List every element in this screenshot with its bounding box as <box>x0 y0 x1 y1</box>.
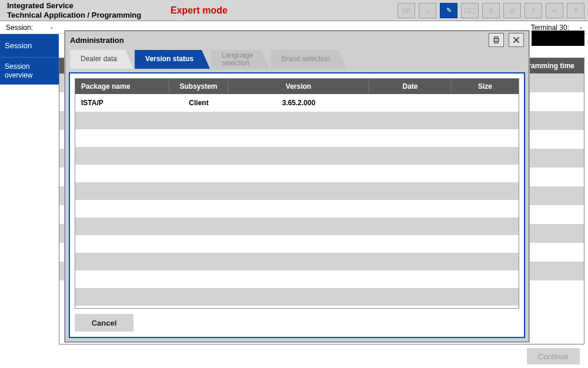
cell-package <box>75 200 169 218</box>
cell-package <box>75 129 169 147</box>
cell-date <box>369 182 452 200</box>
dialog-titlebar: Administration <box>65 31 529 49</box>
dialog-close-icon[interactable] <box>509 33 524 47</box>
cell-version <box>228 200 369 218</box>
cell-package <box>75 182 169 200</box>
col-size[interactable]: Size <box>452 79 519 94</box>
cell-date <box>369 288 452 306</box>
nav-session-overview[interactable]: Session overview <box>0 58 59 85</box>
cell-subsystem <box>169 253 228 270</box>
version-row <box>75 147 519 165</box>
header-toolbar: XP ⌂ ✎ ▢▢ ⎘ ⎙ ? ▭ ✕ <box>397 3 588 18</box>
version-table-header: Package name Subsystem Version Date Size <box>75 79 519 94</box>
cell-subsystem <box>169 129 228 147</box>
version-row[interactable]: ISTA/PClient3.65.2.000 <box>75 94 519 112</box>
print-icon[interactable]: ⎙ <box>503 3 521 18</box>
tab-brand-selection: Brand selection <box>270 50 346 69</box>
col-version[interactable]: Version <box>228 79 369 94</box>
svg-rect-2 <box>495 41 498 43</box>
tab-version-status[interactable]: Version status <box>135 50 210 69</box>
cancel-button[interactable]: Cancel <box>75 314 133 332</box>
cell-package <box>75 253 169 270</box>
cell-size <box>452 147 519 165</box>
cell-package <box>75 165 169 182</box>
cell-size <box>452 218 519 235</box>
version-row <box>75 253 519 270</box>
cell-version <box>228 288 369 306</box>
cell-package <box>75 235 169 253</box>
cell-subsystem: Client <box>169 94 228 112</box>
cell-package <box>75 270 169 288</box>
cell-version <box>228 129 369 147</box>
cell-date <box>369 253 452 270</box>
cell-version <box>228 165 369 182</box>
cell-subsystem <box>169 182 228 200</box>
version-row <box>75 112 519 129</box>
cell-subsystem <box>169 200 228 218</box>
dialog-body: Package name Subsystem Version Date Size… <box>69 72 525 338</box>
dialog-title: Administration <box>70 36 124 45</box>
cell-version <box>228 147 369 165</box>
cell-version <box>228 235 369 253</box>
cell-subsystem <box>169 165 228 182</box>
edit-icon[interactable]: ✎ <box>440 3 457 18</box>
version-row <box>75 165 519 182</box>
bg-col-programming-time: ramming time <box>528 62 574 70</box>
help-icon[interactable]: ? <box>524 3 542 18</box>
version-row <box>75 182 519 200</box>
app-title: Integrated Service Technical Application… <box>0 1 165 19</box>
dialog-print-icon[interactable] <box>489 33 504 47</box>
svg-rect-1 <box>495 37 498 39</box>
cell-subsystem <box>169 235 228 253</box>
xp-button[interactable]: XP <box>397 3 415 18</box>
cell-size <box>452 112 519 129</box>
cell-date <box>369 129 452 147</box>
version-row <box>75 218 519 235</box>
version-table: Package name Subsystem Version Date Size… <box>75 78 519 309</box>
cell-date <box>369 270 452 288</box>
copy-icon[interactable]: ⎘ <box>482 3 500 18</box>
version-row <box>75 235 519 253</box>
cell-date <box>369 165 452 182</box>
cell-subsystem <box>169 270 228 288</box>
col-package-name[interactable]: Package name <box>75 79 169 94</box>
cell-date <box>369 112 452 129</box>
administration-dialog: Administration Dealer data Version statu… <box>65 31 529 342</box>
continue-button[interactable]: Continue <box>527 348 580 364</box>
cell-subsystem <box>169 112 228 129</box>
cell-version <box>228 218 369 235</box>
col-date[interactable]: Date <box>369 79 452 94</box>
cell-size <box>452 270 519 288</box>
cell-package <box>75 218 169 235</box>
app-header: Integrated Service Technical Application… <box>0 0 588 21</box>
cell-size <box>452 200 519 218</box>
svg-rect-0 <box>494 39 499 42</box>
app-title-line1: Integrated Service <box>7 1 165 11</box>
home-icon[interactable]: ⌂ <box>419 3 436 18</box>
cell-version <box>228 270 369 288</box>
cell-version: 3.65.2.000 <box>228 94 369 112</box>
tab-language-selection: Language selection <box>211 50 269 69</box>
background-black-strip <box>532 31 584 46</box>
cell-version <box>228 182 369 200</box>
cell-date <box>369 218 452 235</box>
app-title-line2: Technical Application / Programming <box>7 11 165 20</box>
left-nav: Session Session overview <box>0 34 59 368</box>
col-subsystem[interactable]: Subsystem <box>169 79 228 94</box>
minimize-icon[interactable]: ▭ <box>546 3 563 18</box>
panel-icon[interactable]: ▢▢ <box>461 3 479 18</box>
nav-session[interactable]: Session <box>0 34 59 58</box>
cell-subsystem <box>169 147 228 165</box>
cell-date <box>369 147 452 165</box>
cell-package <box>75 288 169 306</box>
close-app-icon[interactable]: ✕ <box>567 3 584 18</box>
version-table-body: ISTA/PClient3.65.2.000 <box>75 94 519 308</box>
tab-dealer-data[interactable]: Dealer data <box>70 50 133 69</box>
cell-size <box>452 288 519 306</box>
dialog-tabs: Dealer data Version status Language sele… <box>65 49 529 69</box>
cell-size <box>452 235 519 253</box>
session-value: - <box>51 24 53 32</box>
cell-package: ISTA/P <box>75 94 169 112</box>
version-row <box>75 270 519 288</box>
cell-size <box>452 129 519 147</box>
